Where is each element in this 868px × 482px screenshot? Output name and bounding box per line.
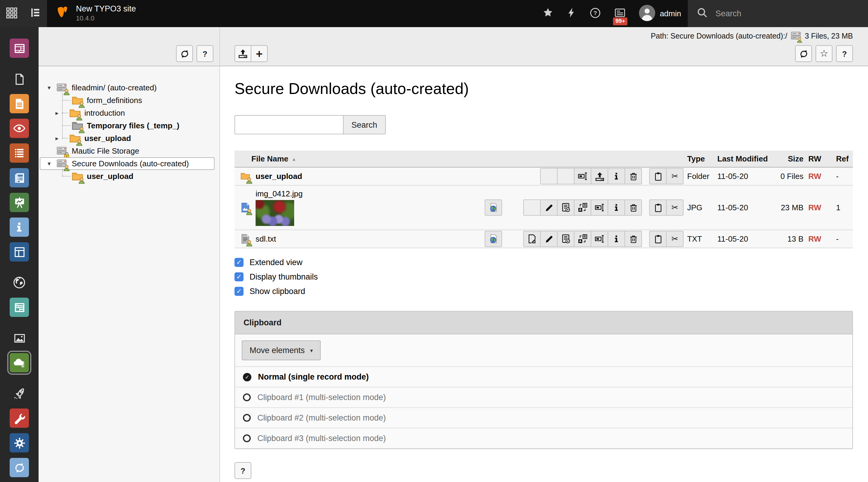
file-thumbnail[interactable] <box>255 200 294 226</box>
sidebar-module-template[interactable] <box>10 193 29 212</box>
radio-selected-icon: ✓ <box>243 373 251 381</box>
tree-help-button[interactable]: ? <box>196 45 213 62</box>
sidebar-module-environment[interactable] <box>10 458 29 477</box>
file-name-link[interactable]: img_0412.jpg <box>255 189 303 198</box>
system-information-button[interactable]: 99+ <box>607 0 632 27</box>
cut-button[interactable]: ✂ <box>666 199 684 216</box>
column-header-type[interactable]: Type <box>684 154 714 163</box>
rename-button[interactable] <box>591 231 608 247</box>
user-menu-button[interactable]: admin <box>632 0 688 27</box>
module-list-icon <box>13 147 25 159</box>
sidebar-module-view[interactable] <box>10 119 29 138</box>
column-header-last-modified[interactable]: Last Modified <box>714 154 777 163</box>
tree-node[interactable]: Temporary files (_temp_) <box>38 119 219 132</box>
filelist-body: Secure Downloads (auto-created) Search F… <box>220 66 868 482</box>
tree-node[interactable]: ▾Secure Downloads (auto-created) <box>40 157 215 170</box>
info-button[interactable] <box>608 231 625 247</box>
sidebar-module-about[interactable] <box>10 218 29 237</box>
view-file-button[interactable] <box>485 231 502 247</box>
tree-node[interactable]: user_upload <box>38 170 219 183</box>
rename-button[interactable] <box>574 168 591 184</box>
clipboard-mode-item[interactable]: ✓Normal (single record mode) <box>235 367 852 387</box>
sidebar-module-maintenance[interactable] <box>10 409 29 428</box>
column-header-rw[interactable]: RW <box>805 154 832 163</box>
sidebar-module-secure-downloads[interactable] <box>10 353 29 372</box>
file-name-link[interactable]: user_upload <box>255 172 302 181</box>
tree-node[interactable]: ▸user_upload <box>38 132 219 144</box>
clipboard-mode-item[interactable]: Clipboard #3 (multi-selection mode) <box>235 428 852 448</box>
move-elements-dropdown[interactable]: Move elements ▾ <box>242 341 321 360</box>
file-search-button[interactable]: Search <box>343 115 386 134</box>
tree-refresh-button[interactable] <box>176 45 193 62</box>
folder-icon <box>241 171 250 181</box>
upload-button[interactable] <box>591 168 608 184</box>
column-header-ref[interactable]: Ref <box>832 154 853 163</box>
tree-node[interactable]: ▸introduction <box>38 107 219 119</box>
file-name-link[interactable]: sdl.txt <box>255 234 276 244</box>
clear-cache-button[interactable] <box>560 0 583 27</box>
info-button[interactable] <box>608 168 625 184</box>
tree-collapse-icon[interactable]: ▾ <box>48 161 57 167</box>
edit-metadata-button[interactable] <box>540 199 558 216</box>
file-search-input[interactable] <box>235 115 344 134</box>
modulemenu-toggle-button[interactable] <box>0 0 24 27</box>
sidebar-module-workspaces[interactable] <box>10 242 29 261</box>
sidebar-module-info[interactable] <box>10 168 29 187</box>
sidebar-module-sites[interactable] <box>10 273 29 292</box>
new-folder-button[interactable]: + <box>251 45 268 62</box>
filelist-help-button[interactable]: ? <box>235 462 251 479</box>
checkbox-checked-icon[interactable]: ✓ <box>235 258 244 267</box>
sidebar-module-content[interactable] <box>10 94 29 113</box>
tree-expand-icon[interactable]: ▸ <box>56 110 62 116</box>
show-metadata-button[interactable] <box>557 231 575 247</box>
delete-button[interactable] <box>624 199 642 216</box>
copy-button[interactable] <box>649 168 667 184</box>
tree-node[interactable]: form_definitions <box>38 94 219 107</box>
sidebar-module-settings[interactable] <box>10 433 29 452</box>
edit-metadata-button[interactable] <box>540 231 558 247</box>
sidebar-module-upgrade[interactable] <box>10 384 29 403</box>
show-metadata-button[interactable] <box>557 199 575 216</box>
checkbox-checked-icon[interactable]: ✓ <box>235 272 244 281</box>
copy-button[interactable] <box>649 199 667 216</box>
delete-button[interactable] <box>624 168 642 184</box>
view-option-display-thumbnails[interactable]: ✓Display thumbnails <box>235 272 853 281</box>
view-option-show-clipboard[interactable]: ✓Show clipboard <box>235 287 853 296</box>
column-header-filename[interactable]: File Name▴ <box>241 151 485 167</box>
checkbox-checked-icon[interactable]: ✓ <box>235 287 244 296</box>
upload-files-button[interactable] <box>235 45 251 62</box>
global-search-input[interactable] <box>714 8 859 19</box>
docheader-help-button[interactable]: ? <box>836 45 853 62</box>
navigation-toggle-button[interactable] <box>24 0 47 27</box>
view-option-extended-view[interactable]: ✓Extended view <box>235 258 853 267</box>
edit-content-button[interactable] <box>523 231 541 247</box>
sidebar-module-list[interactable] <box>10 143 29 163</box>
translate-button[interactable]: BA <box>574 231 591 247</box>
tree-node[interactable]: Mautic File Storage <box>38 144 219 157</box>
module-settings-icon <box>13 437 26 449</box>
cut-button[interactable]: ✂ <box>666 231 684 247</box>
bookmarks-button[interactable] <box>535 0 560 27</box>
delete-button[interactable] <box>624 231 642 247</box>
cut-button[interactable]: ✂ <box>666 168 684 184</box>
tree-collapse-icon[interactable]: ▾ <box>48 85 57 91</box>
bookmark-button[interactable]: ☆ <box>815 45 832 62</box>
tree-node[interactable]: ▾fileadmin/ (auto-created) <box>38 81 219 94</box>
copy-button[interactable] <box>649 231 667 247</box>
file-row: sdl.txtBA✂TXT11-05-2013 BRW- <box>235 230 853 248</box>
info-button[interactable] <box>608 199 625 216</box>
sidebar-module-dashboard[interactable] <box>10 38 29 58</box>
sidebar-module-page[interactable] <box>10 69 29 89</box>
clipboard-mode-item[interactable]: Clipboard #1 (multi-selection mode) <box>235 387 852 408</box>
translate-button[interactable]: BA <box>574 199 591 216</box>
sidebar-module-filelist[interactable] <box>10 328 29 348</box>
site-brand[interactable]: New TYPO3 site 10.4.0 <box>47 0 143 27</box>
rename-button[interactable] <box>591 199 608 216</box>
reload-button[interactable] <box>795 45 812 62</box>
tree-expand-icon[interactable]: ▸ <box>56 135 62 141</box>
help-menu-button[interactable]: ? <box>583 0 607 27</box>
sidebar-module-forms[interactable] <box>10 298 29 317</box>
view-file-button[interactable] <box>485 199 502 216</box>
clipboard-mode-item[interactable]: Clipboard #2 (multi-selection mode) <box>235 408 852 428</box>
column-header-size[interactable]: Size <box>777 154 805 163</box>
